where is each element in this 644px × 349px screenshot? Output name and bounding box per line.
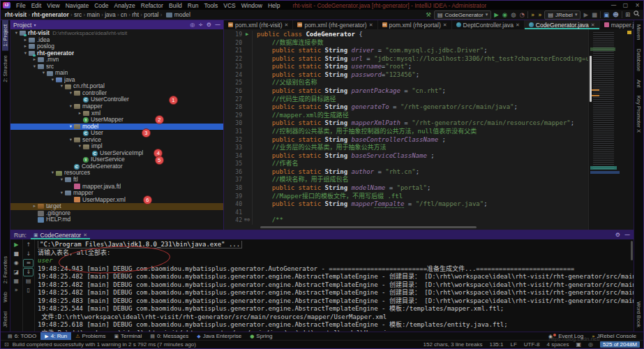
tree-item-mapper[interactable]: ▾mapper — [10, 103, 223, 110]
tree-item-iuserservice[interactable]: IIUserService5 — [10, 156, 223, 163]
editor-tab-pom.xml-rht-generator-[interactable]: mpom.xml (rht-generator)✕ — [293, 20, 377, 29]
status-segment[interactable]: LF — [510, 341, 516, 348]
menu-edit[interactable]: Edit — [29, 2, 45, 9]
collapse-all-icon[interactable]: ÷ — [198, 22, 203, 28]
gutter-icons[interactable]: ≡⊙ — [242, 216, 252, 225]
editor-tab-pom.xml-rht-portal-[interactable]: mpom.xml (rht-portal)✕ — [378, 20, 452, 29]
scroll-to-end-icon[interactable]: ⇓ — [23, 268, 33, 276]
locate-file-icon[interactable]: ◎ — [190, 22, 195, 28]
tree-expand-arrow-icon[interactable]: ▾ — [68, 90, 74, 97]
tree-item-user[interactable]: CUser3 — [10, 130, 223, 137]
jrebel-run-icon[interactable]: » — [530, 10, 535, 19]
print-icon[interactable]: ▤ — [24, 277, 33, 285]
toolwindow-button-spring[interactable]: ●Spring — [246, 332, 276, 340]
breadcrumb-item-rht-visit[interactable]: rht-visit — [4, 11, 27, 18]
tree-expand-arrow-icon[interactable]: ▾ — [77, 143, 83, 150]
close-button[interactable]: × — [631, 2, 643, 8]
jrebel-combo[interactable]: ▤JRebel▾ — [544, 10, 581, 20]
breadcrumb-item-main[interactable]: main — [87, 11, 100, 18]
tree-item-codegenerator[interactable]: CCodeGenerator — [10, 163, 223, 170]
tree-item-target[interactable]: ▸target — [10, 203, 223, 210]
tree-collapse-arrow-icon[interactable]: ▸ — [31, 203, 38, 210]
editor-tab-pom.xml-rht-visit-[interactable]: mpom.xml (rht-visit)✕ — [224, 20, 293, 29]
tree-item-usercontroller[interactable]: CUserController1 — [10, 96, 223, 103]
breadcrumb-item-src[interactable]: src — [73, 11, 82, 18]
stripe-item-2-favorites[interactable]: 2: Favorites — [2, 252, 8, 288]
stripe-item-database[interactable]: Database — [636, 45, 642, 75]
menu-run[interactable]: Run — [185, 2, 202, 9]
tree-item-usermapper[interactable]: IUserMapper2 — [10, 117, 223, 124]
menu-window[interactable]: Window — [239, 2, 265, 9]
tree-expand-arrow-icon[interactable]: ▾ — [50, 77, 56, 84]
menu-build[interactable]: Build — [166, 2, 185, 9]
profile-user-icon[interactable]: ☻ — [612, 10, 620, 19]
menu-file[interactable]: File — [13, 2, 29, 9]
toolwindow-button-event-log[interactable]: ◉Event Log — [544, 333, 587, 339]
tree-item-poslog[interactable]: ▸poslog — [10, 43, 223, 50]
dashboard-icon[interactable]: ▦ — [12, 277, 21, 285]
build-hammer-icon[interactable]: ⚒ — [425, 10, 432, 19]
breadcrumb-item-java[interactable]: java — [104, 11, 117, 18]
tree-item-rht-visit[interactable]: ▾rht-visitD:\rht\workspace\ideal\rht-vis… — [10, 30, 223, 37]
code-editor-area[interactable]: 19▶public class CodeGenerator {20 //数据库连… — [224, 29, 589, 225]
tree-expand-arrow-icon[interactable]: ▾ — [68, 103, 74, 110]
menu-refactor[interactable]: Refactor — [138, 2, 166, 9]
tree-item-src[interactable]: ▾src — [10, 64, 223, 70]
status-segment[interactable]: 135:1 — [489, 341, 503, 348]
menu-tools[interactable]: Tools — [201, 2, 220, 9]
stop-icon[interactable]: ■ — [12, 250, 21, 258]
tree-collapse-arrow-icon[interactable]: ▸ — [77, 110, 83, 117]
tree-expand-arrow-icon[interactable]: ▾ — [40, 70, 47, 77]
highlight-level-icon[interactable]: ◎ — [588, 341, 593, 348]
stripe-item-web[interactable]: Web — [2, 288, 8, 306]
layout-icon[interactable]: ⊞ — [624, 10, 631, 19]
clear-all-icon[interactable]: ▯ — [24, 286, 33, 295]
breadcrumb-item-rht-generator[interactable]: rht-generator — [31, 11, 69, 18]
coverage-icon[interactable]: ◍ — [510, 10, 516, 19]
tree-item-rht-generator[interactable]: ▾rht-generator — [10, 50, 223, 57]
stripe-item-jrebel[interactable]: JRebel — [2, 307, 8, 332]
close-icon[interactable]: ✕ — [443, 22, 447, 28]
breadcrumb-item-portal[interactable]: portal — [143, 11, 159, 18]
breadcrumb-item-cn[interactable]: cn — [120, 11, 128, 18]
restore-layout-icon[interactable]: ◉ — [12, 259, 21, 267]
tree-item-model[interactable]: ▾model — [10, 124, 223, 131]
toolwindow-button-java-enterprise[interactable]: ◆Java Enterprise — [193, 332, 246, 340]
toolwindow-button-6-todo[interactable]: ▤6: TODO — [3, 332, 40, 340]
tree-expand-arrow-icon[interactable]: ▾ — [13, 30, 20, 37]
menu-navigate[interactable]: Navigate — [63, 2, 92, 9]
down-stack-icon[interactable]: ↓ — [24, 250, 33, 258]
tree-expand-arrow-icon[interactable]: ▾ — [59, 190, 65, 197]
minimize-button[interactable]: — — [608, 2, 620, 8]
breadcrumb-item-rht[interactable]: rht — [131, 11, 140, 18]
menu-vcs[interactable]: VCS — [220, 2, 238, 9]
project-structure-icon[interactable]: ▣ — [603, 10, 610, 19]
tree-item-ftl[interactable]: ▾ftl — [10, 177, 223, 184]
status-segment[interactable]: 152 chars, 3 line breaks — [424, 341, 483, 348]
tree-item-.gitignore[interactable]: .gitignore — [10, 210, 223, 217]
console-scrollbar[interactable] — [630, 239, 634, 332]
stop-icon[interactable]: ■ — [591, 10, 598, 19]
tree-expand-arrow-icon[interactable]: ▾ — [68, 124, 74, 131]
tree-expand-arrow-icon[interactable]: ▾ — [50, 170, 56, 177]
history-icon[interactable]: ◪ — [12, 268, 21, 276]
breadcrumb-item-model[interactable]: model — [174, 11, 191, 18]
stripe-item-key-promoter-x[interactable]: Key Promoter X — [636, 91, 642, 137]
close-icon[interactable]: ✕ — [285, 22, 289, 28]
close-icon[interactable]: ✕ — [591, 22, 595, 28]
tree-item-cn.rht.portal[interactable]: ▾cn.rht.portal — [10, 83, 223, 90]
menu-code[interactable]: Code — [91, 2, 111, 9]
stripe-item-ant[interactable]: Ant — [636, 75, 642, 91]
toolwindow-toggle-icon[interactable]: ⊡ — [4, 341, 9, 348]
hscroll-thumb[interactable] — [260, 226, 477, 228]
tree-item-mapper[interactable]: ▾mapper — [10, 190, 223, 197]
memory-indicator[interactable]: 525 of 2048M — [600, 341, 640, 348]
tree-item-usermapper.xml[interactable]: UserMapper.xml6 — [10, 197, 223, 204]
run-config-combo[interactable]: ▤CodeGenerator▾ — [434, 10, 491, 20]
lock-icon[interactable]: ▣ — [576, 341, 582, 348]
soft-wrap-icon[interactable]: ≡ — [23, 259, 33, 267]
stripe-item-2-structure[interactable]: 2: Structure — [2, 51, 8, 87]
toolwindow-button-jrebel-console[interactable]: »JRebel Console — [587, 333, 641, 339]
run-tab[interactable]: ▣ CodeGenerator ✕ — [31, 230, 90, 239]
search-everywhere-icon[interactable] — [633, 10, 641, 19]
